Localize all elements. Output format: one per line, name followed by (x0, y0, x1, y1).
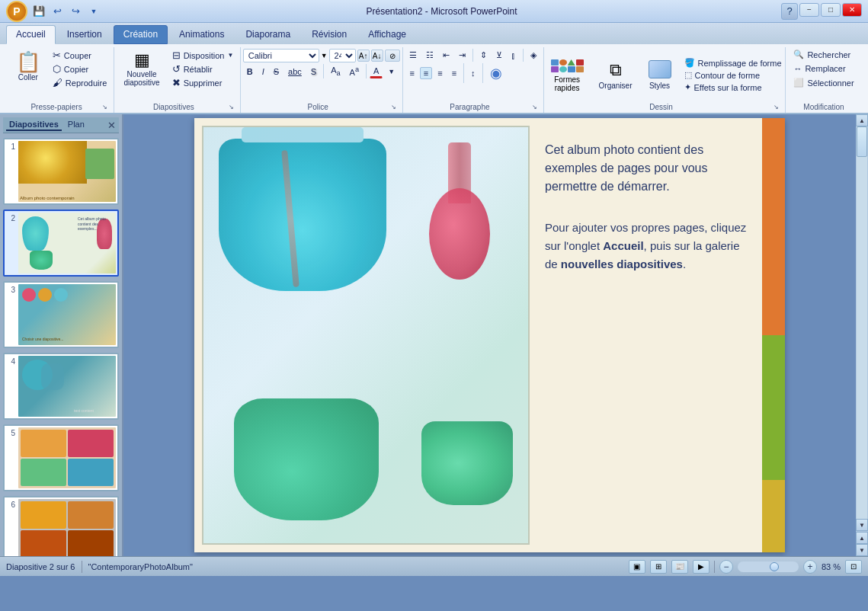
align-center-button[interactable]: ≡ (420, 67, 432, 79)
list-num-button[interactable]: ☷ (422, 49, 437, 62)
theme-name: "ContemporaryPhotoAlbum" (88, 562, 193, 571)
font-color-button[interactable]: A (370, 65, 383, 78)
fit-slide-button[interactable]: ⊡ (845, 560, 862, 574)
selectionner-button[interactable]: ⬜Sélectionner (790, 77, 857, 88)
organiser-button[interactable]: ⧉ Organiser (593, 57, 639, 93)
panel-tab-diapositives[interactable]: Diapositives (6, 119, 62, 131)
copy-button[interactable]: ⬡Copier (50, 62, 110, 75)
slide-thumb-1[interactable]: 1 Album photo contemporain (3, 138, 119, 205)
view-sorter-button[interactable]: ⊞ (650, 560, 667, 574)
font-size-down-button[interactable]: A↓ (371, 50, 383, 62)
align-vert-button[interactable]: ⊻ (492, 49, 506, 62)
disposition-button[interactable]: ⊟Disposition ▼ (169, 49, 237, 62)
view-slideshow-button[interactable]: ▶ (693, 560, 709, 574)
contour-button[interactable]: ⬚Contour de forme (681, 69, 785, 81)
police-expand[interactable]: ↘ (391, 104, 396, 110)
tab-insertion[interactable]: Insertion (57, 25, 112, 44)
zoom-slider[interactable] (738, 561, 799, 572)
diapositives-expand[interactable]: ↘ (229, 104, 234, 110)
subscript-button[interactable]: Aa (327, 64, 344, 78)
list-bullet-button[interactable]: ☰ (405, 49, 421, 62)
bold-button[interactable]: B (243, 66, 257, 78)
slide-thumb-3[interactable]: 3 ☆ Choisir une diapositive... (3, 281, 119, 348)
text-direction-button[interactable]: ⇕ (476, 49, 491, 62)
panel-tab-plan[interactable]: Plan (65, 119, 88, 131)
new-slide-button[interactable]: ▦ Nouvelle diapositive (117, 49, 165, 90)
scroll-up2-button[interactable]: ▲ (856, 532, 868, 544)
dessin-expand[interactable]: ↘ (774, 104, 779, 110)
minimize-button[interactable]: − (799, 3, 819, 17)
undo-button[interactable]: ↩ (49, 3, 66, 20)
superscript-button[interactable]: Aa (346, 64, 363, 78)
remplacer-button[interactable]: ↔Remplacer (790, 63, 857, 74)
effets-button[interactable]: ✦Effets sur la forme (681, 82, 785, 93)
scroll-down2-button[interactable]: ▼ (856, 544, 868, 556)
organiser-icon: ⧉ (610, 60, 622, 80)
panel-close-button[interactable]: ✕ (107, 120, 116, 131)
font-family-expand[interactable]: ▼ (321, 52, 328, 59)
office-button[interactable]: P (6, 1, 27, 22)
group-modification: 🔍Rechercher ↔Remplacer ⬜Sélectionner Mod… (786, 47, 862, 113)
slide-thumb-5[interactable]: 5 ☆ (3, 424, 119, 491)
scroll-thumb[interactable] (857, 126, 867, 157)
help-button[interactable]: ? (781, 3, 798, 20)
retablir-button[interactable]: ↺Rétablir (169, 62, 237, 75)
scroll-up-button[interactable]: ▲ (856, 114, 868, 126)
new-slide-icon: ▦ (134, 52, 150, 69)
strikethrough-button[interactable]: S (270, 66, 283, 78)
remplissage-button[interactable]: 🪣Remplissage de forme (681, 57, 785, 69)
underline-button[interactable]: abc (284, 66, 306, 78)
scroll-down-button[interactable]: ▼ (856, 519, 868, 531)
blue-beaker (219, 139, 386, 291)
zoom-in-button[interactable]: + (803, 560, 817, 574)
font-family-select[interactable]: Calibri (243, 49, 319, 62)
cut-button[interactable]: ✂Couper (50, 49, 110, 62)
styles-rapides-button[interactable]: Styles (642, 57, 678, 93)
columns-button[interactable]: ⫿ (508, 50, 520, 62)
tab-accueil[interactable]: Accueil (6, 25, 56, 44)
tab-animations[interactable]: Animations (169, 25, 234, 44)
supprimer-button[interactable]: ✖Supprimer (169, 76, 237, 89)
slide-thumb-2[interactable]: 2 ☆ Cet album photo contient des exemple… (3, 210, 119, 277)
line-spacing-button[interactable]: ↕ (467, 67, 479, 79)
rechercher-button[interactable]: 🔍Rechercher (790, 49, 857, 60)
slide-thumb-4[interactable]: 4 ☆ text content (3, 353, 119, 420)
tab-revision[interactable]: Révision (302, 25, 357, 44)
font-size-up-button[interactable]: A↑ (357, 50, 370, 62)
italic-button[interactable]: I (258, 66, 268, 78)
clear-format-button[interactable]: ⊘ (385, 50, 400, 62)
maximize-button[interactable]: □ (821, 3, 841, 17)
justify-button[interactable]: ≡ (448, 67, 460, 79)
font-expand[interactable]: ▼ (384, 66, 399, 77)
decrease-indent-button[interactable]: ⇤ (439, 49, 453, 62)
scroll-track[interactable] (857, 126, 867, 519)
zoom-slider-thumb[interactable] (770, 562, 779, 571)
align-left-button[interactable]: ≡ (405, 67, 418, 79)
slide-thumb-6[interactable]: 6 ☆ (3, 496, 119, 556)
zoom-out-button[interactable]: − (719, 560, 733, 574)
customize-qa-button[interactable]: ▼ (85, 3, 102, 20)
accent-bars (762, 118, 785, 552)
accent-bar-orange (762, 118, 785, 335)
tab-diaporama[interactable]: Diaporama (235, 25, 300, 44)
align-right-button[interactable]: ≡ (434, 67, 446, 79)
convert-smartart-button[interactable]: ◉ (486, 63, 506, 83)
paragraphe-expand[interactable]: ↘ (532, 104, 537, 110)
tab-creation[interactable]: Création (114, 25, 168, 44)
coller-button[interactable]: 📋 Coller (10, 49, 46, 85)
save-button[interactable]: 💾 (30, 3, 47, 20)
view-reading-button[interactable]: 📰 (671, 560, 688, 574)
font-size-select[interactable]: 24 (329, 49, 356, 62)
shadow-button[interactable]: S (307, 66, 320, 78)
format-painter-button[interactable]: 🖌Reproduire (50, 76, 110, 89)
smartart-button[interactable]: ◈ (527, 49, 540, 62)
tab-affichage[interactable]: Affichage (358, 25, 416, 44)
shapes-gallery-button[interactable]: Formes rapides (545, 56, 590, 94)
slide-text[interactable]: Cet album photo contient des exemples de… (530, 118, 762, 552)
increase-indent-button[interactable]: ⇥ (455, 49, 469, 62)
status-bar: Diapositive 2 sur 6 "ContemporaryPhotoAl… (0, 556, 868, 576)
presse-papiers-expand[interactable]: ↘ (102, 104, 107, 110)
view-normal-button[interactable]: ▣ (629, 560, 645, 574)
close-button[interactable]: ✕ (842, 3, 862, 17)
redo-button[interactable]: ↪ (67, 3, 84, 20)
